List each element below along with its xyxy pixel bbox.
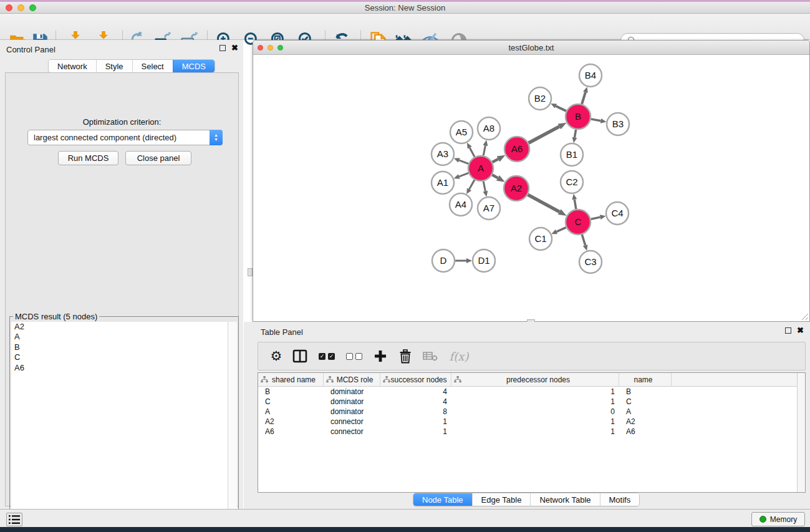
mcds-result-list[interactable]: A2ABCA6 bbox=[11, 322, 228, 529]
column-header-shared-name[interactable]: shared name bbox=[258, 373, 324, 386]
network-canvas[interactable]: AA1A2A3A4A5A6A7A8BB1B2B3B4CC1C2C3C4DD1 bbox=[253, 55, 809, 321]
tab-motifs[interactable]: Motifs bbox=[600, 493, 640, 506]
node-A8[interactable]: A8 bbox=[478, 117, 500, 140]
edge-A-A5[interactable] bbox=[470, 148, 475, 157]
edge-C-C3[interactable] bbox=[582, 235, 585, 245]
unchecked-checkboxes-icon bbox=[346, 353, 362, 360]
tab-mcds[interactable]: MCDS bbox=[173, 60, 215, 72]
svg-text:C4: C4 bbox=[611, 208, 623, 218]
column-header-predecessor-nodes[interactable]: predecessor nodes bbox=[451, 373, 619, 386]
svg-text:D: D bbox=[440, 255, 447, 266]
memory-button[interactable]: Memory bbox=[751, 512, 805, 526]
edge-A-A4[interactable] bbox=[470, 180, 475, 189]
table-float-icon[interactable] bbox=[785, 327, 791, 334]
node-A3[interactable]: A3 bbox=[432, 143, 454, 165]
node-C[interactable]: C bbox=[566, 210, 591, 235]
node-A4[interactable]: A4 bbox=[450, 193, 472, 216]
node-D[interactable]: D bbox=[432, 249, 455, 272]
column-header-mcds-role[interactable]: MCDS role bbox=[324, 373, 380, 386]
edge-C-C1[interactable] bbox=[557, 228, 566, 232]
table-row[interactable]: A6connector11A6 bbox=[258, 427, 805, 437]
close-panel-icon[interactable]: ✖ bbox=[231, 45, 238, 51]
edge-B-B2[interactable] bbox=[556, 106, 566, 111]
optimization-criterion-select[interactable]: largest connected component (directed) ▲… bbox=[27, 130, 223, 145]
result-item-a6[interactable]: A6 bbox=[11, 363, 228, 373]
node-B1[interactable]: B1 bbox=[561, 143, 583, 166]
tab-network-table[interactable]: Network Table bbox=[530, 493, 599, 506]
node-A6[interactable]: A6 bbox=[504, 137, 529, 162]
table-row[interactable]: Cdominator41C bbox=[258, 397, 805, 407]
node-C2[interactable]: C2 bbox=[561, 171, 583, 193]
node-A7[interactable]: A7 bbox=[478, 197, 500, 220]
edge-A6-B[interactable] bbox=[529, 127, 559, 143]
node-B4[interactable]: B4 bbox=[579, 64, 602, 87]
table-close-icon[interactable]: ✖ bbox=[797, 327, 804, 334]
table-scrollbar[interactable] bbox=[797, 373, 805, 492]
network-graph[interactable]: AA1A2A3A4A5A6A7A8BB1B2B3B4CC1C2C3C4DD1 bbox=[253, 55, 809, 321]
node-C4[interactable]: C4 bbox=[606, 202, 629, 225]
run-mcds-button[interactable]: Run MCDS bbox=[58, 151, 118, 165]
select-all-button[interactable]: ✓✓ bbox=[313, 345, 340, 367]
table-header-row[interactable]: shared name MCDS role successor nodes pr… bbox=[258, 373, 805, 387]
tab-select[interactable]: Select bbox=[132, 60, 173, 72]
edge-A-A1[interactable] bbox=[459, 173, 468, 177]
node-A5[interactable]: A5 bbox=[450, 121, 473, 143]
result-item-a[interactable]: A bbox=[11, 332, 228, 342]
tab-node-table[interactable]: Node Table bbox=[413, 493, 472, 506]
float-panel-icon[interactable] bbox=[219, 45, 226, 51]
edge-C-C2[interactable] bbox=[574, 200, 576, 210]
edge-A2-C[interactable] bbox=[528, 195, 559, 212]
table-row[interactable]: Bdominator41B bbox=[258, 387, 805, 397]
tab-edge-table[interactable]: Edge Table bbox=[472, 493, 531, 506]
node-B2[interactable]: B2 bbox=[529, 87, 551, 110]
svg-text:C3: C3 bbox=[584, 256, 596, 267]
edge-B-B3[interactable] bbox=[591, 119, 601, 121]
result-item-a2[interactable]: A2 bbox=[11, 322, 228, 332]
svg-text:B4: B4 bbox=[585, 70, 596, 80]
svg-text:B1: B1 bbox=[566, 149, 577, 160]
delete-column-button[interactable] bbox=[393, 345, 418, 367]
gear-icon: ⚙ bbox=[271, 349, 282, 364]
table-settings-button[interactable]: ⚙ bbox=[266, 345, 287, 367]
node-D1[interactable]: D1 bbox=[473, 249, 495, 272]
svg-text:C: C bbox=[575, 216, 582, 227]
mac-titlebar: Session: New Session bbox=[0, 2, 810, 14]
edge-A-A3[interactable] bbox=[459, 160, 468, 164]
edge-A-A7[interactable] bbox=[483, 181, 485, 191]
close-panel-button[interactable]: Close panel bbox=[125, 151, 191, 165]
node-B[interactable]: B bbox=[566, 104, 591, 129]
function-builder-button[interactable]: f(x) bbox=[443, 345, 475, 367]
edge-A-A8[interactable] bbox=[483, 145, 485, 155]
result-item-b[interactable]: B bbox=[11, 342, 228, 352]
node-A2[interactable]: A2 bbox=[504, 176, 529, 201]
node-B3[interactable]: B3 bbox=[607, 113, 629, 135]
node-A1[interactable]: A1 bbox=[432, 172, 454, 194]
network-window-titlebar[interactable]: testGlobe.txt bbox=[253, 41, 809, 55]
node-C1[interactable]: C1 bbox=[529, 228, 552, 250]
edge-A-A6[interactable] bbox=[493, 159, 499, 162]
node-C3[interactable]: C3 bbox=[579, 251, 602, 273]
status-menu-button[interactable] bbox=[6, 513, 22, 526]
create-column-button[interactable] bbox=[368, 345, 393, 367]
column-header-successor-nodes[interactable]: successor nodes bbox=[380, 373, 451, 386]
svg-text:B3: B3 bbox=[612, 118, 624, 129]
delete-table-button[interactable] bbox=[418, 345, 443, 367]
result-scrollbar[interactable] bbox=[228, 322, 237, 529]
deselect-all-button[interactable] bbox=[340, 345, 368, 367]
tab-style[interactable]: Style bbox=[96, 60, 132, 72]
svg-text:C2: C2 bbox=[566, 177, 577, 187]
table-row[interactable]: A2connector11A2 bbox=[258, 417, 805, 427]
table-body[interactable]: Bdominator41BCdominator41CAdominator80AA… bbox=[258, 387, 805, 437]
column-visibility-button[interactable] bbox=[287, 345, 313, 367]
edge-C-C4[interactable] bbox=[591, 217, 600, 219]
column-header-name[interactable]: name bbox=[619, 373, 672, 386]
node-A[interactable]: A bbox=[468, 156, 493, 181]
edge-A-A2[interactable] bbox=[492, 175, 498, 178]
edge-B-B1[interactable] bbox=[575, 130, 576, 138]
edge-B-B4[interactable] bbox=[582, 92, 586, 104]
vertical-splitter-grip[interactable] bbox=[248, 268, 253, 276]
table-row[interactable]: Adominator80A bbox=[258, 407, 805, 417]
node-layer[interactable]: AA1A2A3A4A5A6A7A8BB1B2B3B4CC1C2C3C4DD1 bbox=[432, 64, 629, 273]
result-item-c[interactable]: C bbox=[11, 352, 228, 362]
tab-network[interactable]: Network bbox=[49, 60, 96, 72]
